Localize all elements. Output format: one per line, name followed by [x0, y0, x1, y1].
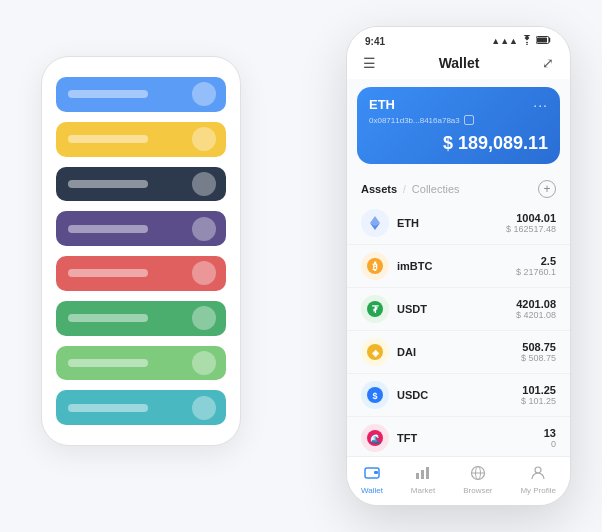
- usdt-usd: $ 4201.08: [516, 310, 556, 320]
- usdc-values: 101.25 $ 101.25: [521, 384, 556, 406]
- nav-market[interactable]: Market: [411, 465, 435, 495]
- foreground-phone: 9:41 ▲▲▲: [346, 26, 571, 506]
- card-icon-purple: [192, 217, 216, 241]
- tab-assets[interactable]: Assets: [361, 183, 397, 195]
- background-phone: [41, 56, 241, 446]
- svg-text:₿: ₿: [372, 261, 378, 272]
- card-icon-blue: [192, 82, 216, 106]
- tft-name: TFT: [397, 432, 544, 444]
- card-label-green: [68, 314, 148, 322]
- nav-wallet[interactable]: Wallet: [361, 465, 383, 495]
- eth-card-dots[interactable]: ···: [533, 97, 548, 113]
- svg-text:₮: ₮: [372, 304, 379, 315]
- wallet-title: Wallet: [439, 55, 480, 71]
- asset-item-eth[interactable]: ETH 1004.01 $ 162517.48: [347, 202, 570, 245]
- card-purple[interactable]: [56, 211, 226, 246]
- imbtc-name: imBTC: [397, 260, 516, 272]
- svg-rect-18: [421, 470, 424, 479]
- status-time: 9:41: [365, 36, 385, 47]
- copy-icon[interactable]: [464, 115, 474, 125]
- card-label-teal: [68, 404, 148, 412]
- eth-usd: $ 162517.48: [506, 224, 556, 234]
- eth-card-header: ETH ···: [369, 97, 548, 113]
- expand-icon[interactable]: ⤢: [542, 55, 554, 71]
- tft-usd: 0: [544, 439, 556, 449]
- card-icon-teal: [192, 396, 216, 420]
- card-icon-green: [192, 306, 216, 330]
- asset-item-tft[interactable]: 🌊 TFT 13 0: [347, 417, 570, 456]
- profile-nav-label: My Profile: [520, 486, 556, 495]
- wallet-nav-icon: [364, 465, 380, 484]
- card-icon-yellow: [192, 127, 216, 151]
- imbtc-values: 2.5 $ 21760.1: [516, 255, 556, 277]
- eth-address-text: 0x08711d3b...8416a78a3: [369, 116, 460, 125]
- eth-values: 1004.01 $ 162517.48: [506, 212, 556, 234]
- signal-icon: ▲▲▲: [491, 36, 518, 46]
- imbtc-amount: 2.5: [516, 255, 556, 267]
- browser-nav-icon: [470, 465, 486, 484]
- wallet-nav-label: Wallet: [361, 486, 383, 495]
- asset-item-dai[interactable]: ◈ DAI 508.75 $ 508.75: [347, 331, 570, 374]
- battery-icon: [536, 35, 552, 47]
- balance-prefix: $: [443, 133, 453, 153]
- tft-icon: 🌊: [361, 424, 389, 452]
- market-nav-icon: [415, 465, 431, 484]
- svg-rect-2: [537, 38, 547, 43]
- status-icons: ▲▲▲: [491, 35, 552, 47]
- asset-item-usdc[interactable]: $ USDC 101.25 $ 101.25: [347, 374, 570, 417]
- asset-list: ETH 1004.01 $ 162517.48 ₿ imBTC 2.5 $ 21…: [347, 202, 570, 456]
- eth-card-address: 0x08711d3b...8416a78a3: [369, 115, 548, 125]
- profile-nav-icon: [530, 465, 546, 484]
- usdt-amount: 4201.08: [516, 298, 556, 310]
- eth-balance: $ 189,089.11: [369, 133, 548, 154]
- tab-divider: /: [403, 184, 406, 195]
- usdc-name: USDC: [397, 389, 521, 401]
- svg-text:🌊: 🌊: [370, 433, 382, 445]
- tab-collecties[interactable]: Collecties: [412, 183, 460, 195]
- card-label-lightgreen: [68, 359, 148, 367]
- dai-usd: $ 508.75: [521, 353, 556, 363]
- assets-tabs: Assets / Collecties: [361, 183, 460, 195]
- dai-values: 508.75 $ 508.75: [521, 341, 556, 363]
- usdt-name: USDT: [397, 303, 516, 315]
- dai-icon: ◈: [361, 338, 389, 366]
- assets-header: Assets / Collecties +: [347, 172, 570, 202]
- card-green[interactable]: [56, 301, 226, 336]
- eth-card[interactable]: ETH ··· 0x08711d3b...8416a78a3 $ 189,089…: [357, 87, 560, 164]
- card-label-dark: [68, 180, 148, 188]
- svg-point-0: [526, 44, 528, 45]
- usdc-usd: $ 101.25: [521, 396, 556, 406]
- card-blue[interactable]: [56, 77, 226, 112]
- usdc-icon: $: [361, 381, 389, 409]
- hamburger-icon[interactable]: ☰: [363, 55, 376, 71]
- card-teal[interactable]: [56, 390, 226, 425]
- browser-nav-label: Browser: [463, 486, 492, 495]
- card-icon-dark: [192, 172, 216, 196]
- card-yellow[interactable]: [56, 122, 226, 157]
- top-nav: ☰ Wallet ⤢: [347, 51, 570, 79]
- svg-rect-17: [416, 473, 419, 479]
- scene: 9:41 ▲▲▲: [21, 16, 581, 516]
- usdt-icon: ₮: [361, 295, 389, 323]
- bottom-nav: Wallet Market Browser My Profile: [347, 456, 570, 505]
- card-dark[interactable]: [56, 167, 226, 202]
- asset-item-imbtc[interactable]: ₿ imBTC 2.5 $ 21760.1: [347, 245, 570, 288]
- asset-item-usdt[interactable]: ₮ USDT 4201.08 $ 4201.08: [347, 288, 570, 331]
- svg-rect-19: [426, 467, 429, 479]
- card-lightgreen[interactable]: [56, 346, 226, 381]
- eth-card-label: ETH: [369, 97, 395, 112]
- svg-text:◈: ◈: [371, 348, 380, 358]
- tft-values: 13 0: [544, 427, 556, 449]
- svg-text:$: $: [372, 391, 377, 401]
- card-red[interactable]: [56, 256, 226, 291]
- dai-amount: 508.75: [521, 341, 556, 353]
- add-asset-button[interactable]: +: [538, 180, 556, 198]
- eth-icon: [361, 209, 389, 237]
- card-icon-red: [192, 261, 216, 285]
- nav-browser[interactable]: Browser: [463, 465, 492, 495]
- nav-profile[interactable]: My Profile: [520, 465, 556, 495]
- card-label-blue: [68, 90, 148, 98]
- imbtc-usd: $ 21760.1: [516, 267, 556, 277]
- card-icon-lightgreen: [192, 351, 216, 375]
- balance-amount: 189,089.11: [458, 133, 548, 153]
